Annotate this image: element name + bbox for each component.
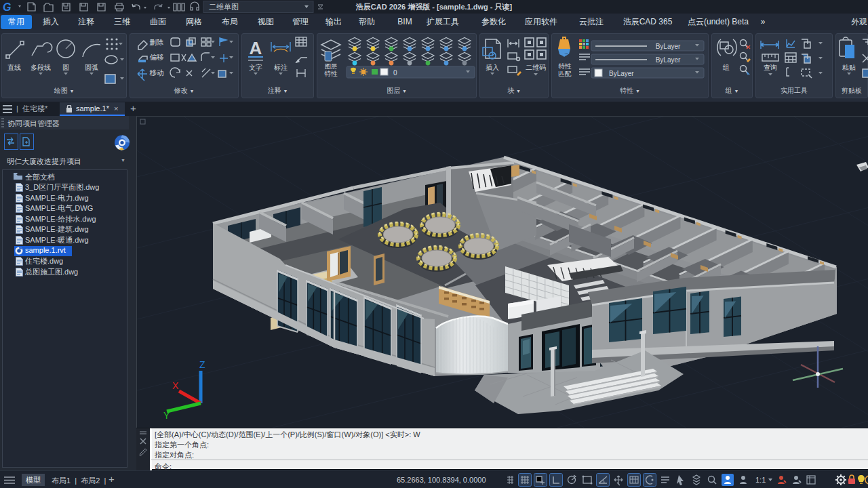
svg-text:0: 0 <box>393 69 397 77</box>
svg-text:G: G <box>3 1 11 13</box>
svg-text:ByLayer: ByLayer <box>656 56 681 64</box>
svg-text:ByLayer: ByLayer <box>656 43 681 50</box>
svg-text:查询: 查询 <box>764 64 777 71</box>
svg-text:偏移: 偏移 <box>150 53 165 61</box>
svg-text:图层: 图层 <box>325 62 338 70</box>
svg-text:组: 组 <box>722 64 730 71</box>
svg-text:特性: 特性 <box>559 62 572 70</box>
svg-text:特性: 特性 <box>325 70 338 77</box>
svg-text:二维单图: 二维单图 <box>209 3 239 11</box>
svg-text:直线: 直线 <box>7 64 21 71</box>
svg-text:删除: 删除 <box>150 38 164 46</box>
svg-text:匹配: 匹配 <box>559 70 572 77</box>
svg-text:ByLayer: ByLayer <box>609 70 634 77</box>
svg-text:粘贴: 粘贴 <box>842 64 856 71</box>
svg-text:二维码: 二维码 <box>526 64 546 71</box>
svg-text:Y: Y <box>163 410 170 421</box>
svg-text:插入: 插入 <box>486 64 499 71</box>
svg-text:文字: 文字 <box>249 64 262 71</box>
svg-text:移动: 移动 <box>150 68 164 77</box>
svg-text:圆弧: 圆弧 <box>85 64 98 71</box>
svg-text:X: X <box>172 380 179 391</box>
svg-text:多段线: 多段线 <box>31 64 51 71</box>
svg-text:Z: Z <box>199 359 205 370</box>
svg-text:标注: 标注 <box>273 64 288 71</box>
svg-text:A: A <box>250 38 262 58</box>
svg-text:1:1: 1:1 <box>755 476 766 484</box>
svg-text:圆: 圆 <box>62 64 69 71</box>
